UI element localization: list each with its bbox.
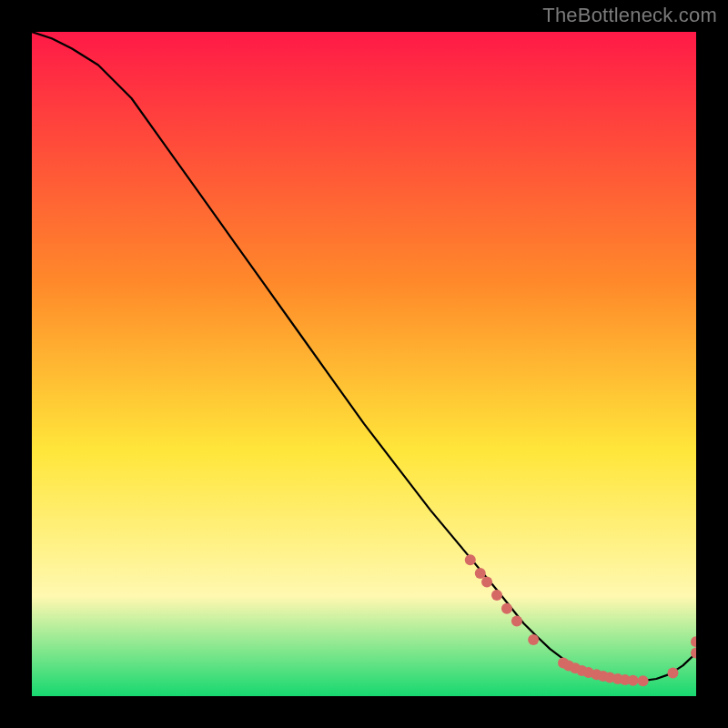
data-marker [628, 675, 639, 686]
data-marker [475, 568, 486, 579]
data-marker [465, 554, 476, 565]
chart-frame: TheBottleneck.com [0, 0, 728, 728]
chart-svg [32, 32, 696, 696]
plot-area [32, 32, 696, 696]
gradient-background [32, 32, 696, 696]
data-marker [528, 634, 539, 645]
data-marker [667, 667, 678, 678]
data-marker [638, 675, 649, 686]
data-marker [491, 590, 502, 601]
watermark-text: TheBottleneck.com [542, 4, 717, 27]
data-marker [481, 576, 492, 587]
data-marker [501, 603, 512, 614]
data-marker [511, 616, 522, 627]
